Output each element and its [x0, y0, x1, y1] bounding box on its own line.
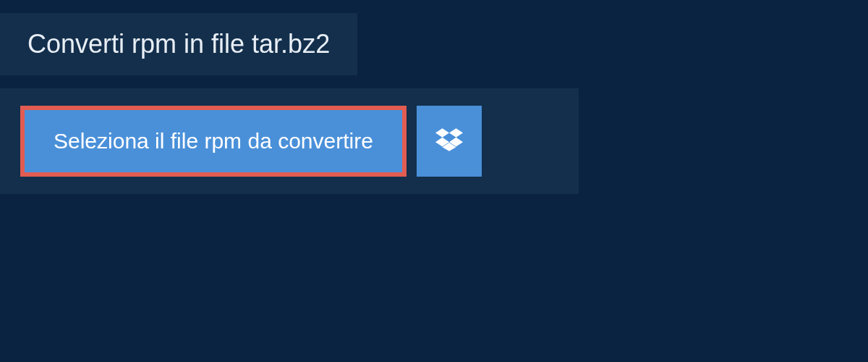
button-row: Seleziona il file rpm da convertire	[20, 106, 558, 177]
select-file-button[interactable]: Seleziona il file rpm da convertire	[20, 106, 407, 177]
upload-section: Seleziona il file rpm da convertire	[0, 88, 579, 194]
dropbox-icon	[435, 126, 463, 156]
select-file-label: Seleziona il file rpm da convertire	[54, 129, 373, 153]
page-title: Converti rpm in file tar.bz2	[27, 29, 330, 59]
page-header-tab: Converti rpm in file tar.bz2	[0, 13, 357, 75]
dropbox-button[interactable]	[417, 106, 482, 177]
